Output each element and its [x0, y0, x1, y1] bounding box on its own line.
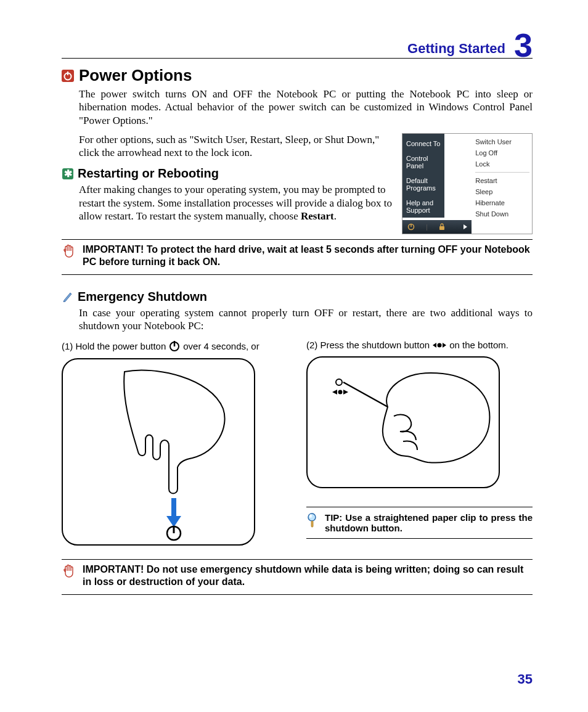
subsection-restart: ✱ Restarting or Rebooting — [62, 166, 394, 181]
menu-item: Default Programs — [406, 173, 444, 195]
chapter-number: 3 — [514, 28, 533, 62]
step-2: (2) Press the shutdown button on the bot… — [306, 340, 533, 546]
tip-label: TIP: — [325, 512, 342, 523]
svg-text:✱: ✱ — [64, 168, 72, 179]
subsection-title: Restarting or Rebooting — [78, 166, 219, 181]
svg-marker-17 — [443, 343, 446, 348]
menu-item: Shut Down — [475, 208, 532, 219]
menu-item: Connect To — [406, 136, 444, 151]
power-icon — [407, 223, 415, 231]
hand-icon — [62, 563, 76, 583]
svg-point-20 — [338, 390, 343, 395]
menu-item: Restart — [475, 175, 532, 186]
subsection-emergency: Emergency Shutdown — [62, 290, 533, 304]
lock-icon — [439, 223, 445, 231]
pen-icon — [62, 290, 74, 303]
important-label: IMPORTANT! — [83, 244, 144, 255]
chapter-header: Getting Started 3 — [62, 25, 533, 59]
svg-rect-25 — [311, 521, 313, 527]
svg-marker-12 — [166, 516, 181, 527]
shutdown-pinhole-icon — [432, 342, 447, 349]
menu-item: Log Off — [475, 147, 532, 158]
important-callout-1: IMPORTANT! To protect the hard drive, wa… — [62, 243, 533, 268]
tip-text-body: Use a straightened paper clip to press t… — [325, 512, 533, 533]
subsection-title: Emergency Shutdown — [78, 290, 207, 304]
asterisk-icon: ✱ — [62, 168, 74, 180]
section-heading: Power Options — [62, 66, 533, 85]
svg-point-18 — [336, 379, 342, 385]
svg-marker-19 — [332, 390, 337, 395]
svg-point-23 — [308, 514, 316, 521]
illustration-hold-power — [62, 358, 255, 546]
important-text: Do not use emergency shutdown while data… — [83, 564, 523, 587]
svg-marker-6 — [463, 224, 467, 229]
svg-point-16 — [438, 343, 442, 347]
important-callout-2: IMPORTANT! Do not use emergency shutdown… — [62, 563, 533, 588]
power-button-icon — [168, 340, 181, 352]
magnifier-icon — [306, 512, 319, 531]
hand-icon — [62, 243, 76, 263]
svg-point-24 — [309, 514, 312, 518]
section-title-text: Power Options — [79, 66, 192, 85]
arrow-right-icon — [463, 224, 468, 230]
illustration-pinhole — [306, 356, 500, 488]
menu-item: Hibernate — [475, 197, 532, 208]
chapter-title: Getting Started — [407, 41, 505, 57]
menu-bottom-bar: | — [402, 220, 472, 234]
section-paragraph-1: The power switch turns ON and OFF the No… — [79, 88, 533, 127]
svg-rect-5 — [439, 226, 444, 230]
important-label: IMPORTANT! — [83, 564, 144, 575]
step-1: (1) Hold the power button over 4 seconds… — [62, 340, 288, 546]
power-icon — [62, 70, 74, 82]
svg-marker-15 — [433, 343, 436, 348]
menu-item: Sleep — [475, 186, 532, 197]
menu-item: Help and Support — [406, 195, 444, 218]
start-menu-screenshot: Connect To Control Panel Default Program… — [402, 133, 533, 234]
menu-item: Switch User — [475, 136, 532, 147]
svg-line-22 — [343, 382, 388, 407]
menu-item: Lock — [475, 158, 532, 170]
page-number: 35 — [518, 671, 533, 687]
important-text: To protect the hard drive, wait at least… — [83, 244, 530, 267]
menu-item: Control Panel — [406, 151, 444, 173]
emergency-paragraph: In case your operating system cannot pro… — [79, 306, 533, 333]
tip-callout: TIP: Use a straightened paper clip to pr… — [306, 507, 533, 539]
svg-marker-21 — [343, 390, 348, 395]
